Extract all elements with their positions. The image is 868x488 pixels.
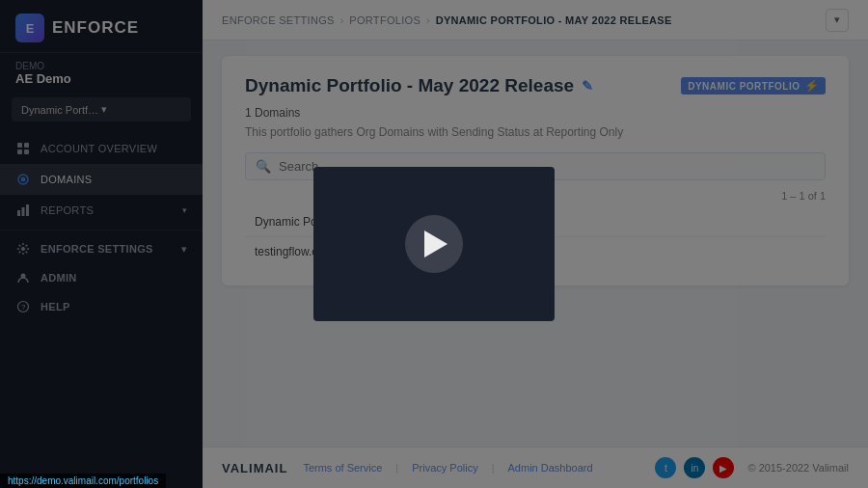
status-bar: https://demo.valimail.com/portfolios xyxy=(0,474,166,488)
play-triangle-icon xyxy=(424,230,448,258)
play-button[interactable] xyxy=(405,215,463,273)
status-url: https://demo.valimail.com/portfolios xyxy=(8,475,158,486)
video-player xyxy=(313,167,555,321)
video-overlay[interactable] xyxy=(0,0,868,488)
